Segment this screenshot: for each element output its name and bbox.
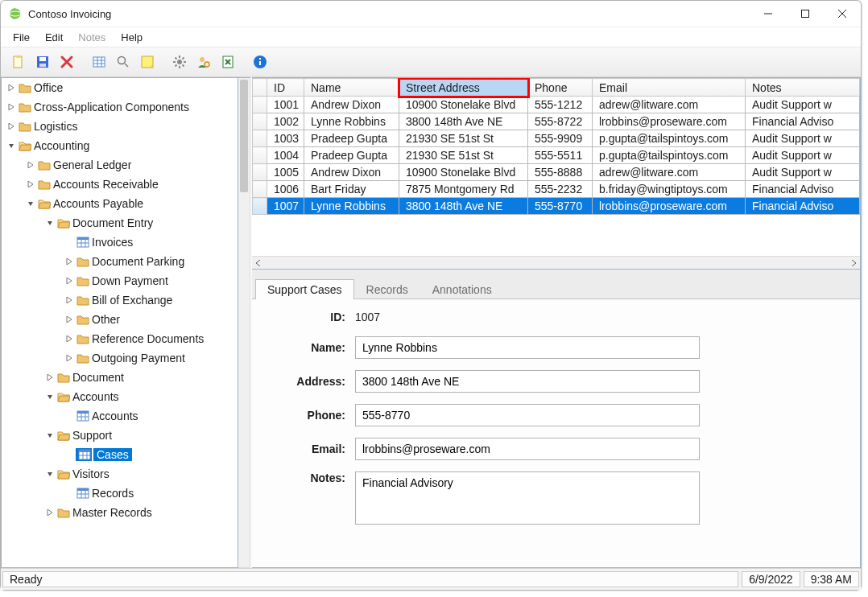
new-button[interactable] bbox=[9, 52, 28, 72]
cell-id[interactable]: 1005 bbox=[267, 164, 304, 181]
row-selector[interactable] bbox=[253, 164, 267, 181]
scroll-right-icon[interactable] bbox=[847, 257, 860, 269]
tab-support-cases[interactable]: Support Cases bbox=[255, 279, 354, 299]
caret-collapsed-icon[interactable] bbox=[64, 278, 74, 284]
delete-button[interactable] bbox=[57, 52, 76, 72]
tree-item-office[interactable]: Office bbox=[34, 81, 68, 94]
cell-name[interactable]: Bart Friday bbox=[304, 181, 399, 198]
cell-email[interactable]: adrew@litware.com bbox=[593, 97, 746, 113]
cell-id[interactable]: 1007 bbox=[267, 198, 304, 215]
cell-email[interactable]: b.friday@wingtiptoys.com bbox=[593, 181, 746, 198]
cell-street[interactable]: 3800 148th Ave NE bbox=[399, 113, 528, 130]
cell-street[interactable]: 21930 SE 51st St bbox=[399, 130, 528, 147]
row-selector[interactable] bbox=[253, 97, 267, 113]
input-name[interactable] bbox=[355, 336, 700, 359]
cell-notes[interactable]: Audit Support w bbox=[746, 130, 860, 147]
caret-collapsed-icon[interactable] bbox=[6, 84, 16, 91]
col-street-address[interactable]: Street Address bbox=[399, 79, 528, 97]
cell-notes[interactable]: Audit Support w bbox=[746, 97, 860, 113]
search-button[interactable] bbox=[114, 52, 133, 72]
input-email[interactable] bbox=[355, 438, 700, 460]
cell-phone[interactable]: 555-8888 bbox=[528, 164, 593, 181]
caret-collapsed-icon[interactable] bbox=[64, 297, 74, 303]
cell-id[interactable]: 1003 bbox=[267, 130, 304, 147]
grid-button[interactable] bbox=[89, 52, 109, 72]
cell-notes[interactable]: Financial Adviso bbox=[746, 198, 860, 215]
tree-item-master-records[interactable]: Master Records bbox=[72, 506, 157, 519]
tree-item-document-parking[interactable]: Document Parking bbox=[92, 255, 189, 268]
cell-street[interactable]: 7875 Montgomery Rd bbox=[399, 181, 528, 198]
table-row[interactable]: 1001Andrew Dixon10900 Stonelake Blvd555-… bbox=[253, 97, 860, 113]
close-button[interactable] bbox=[824, 1, 861, 27]
cell-phone[interactable]: 555-1212 bbox=[528, 97, 593, 113]
table-row[interactable]: 1004Pradeep Gupta21930 SE 51st St555-551… bbox=[253, 147, 860, 164]
caret-expanded-icon[interactable] bbox=[45, 471, 55, 477]
cell-id[interactable]: 1001 bbox=[267, 97, 304, 113]
cell-name[interactable]: Lynne Robbins bbox=[304, 198, 399, 215]
row-selector[interactable] bbox=[253, 198, 267, 215]
caret-collapsed-icon[interactable] bbox=[6, 104, 16, 110]
tree-item-visitors[interactable]: Visitors bbox=[72, 467, 114, 480]
tree-item-cross-app[interactable]: Cross-Application Components bbox=[34, 101, 194, 113]
cell-name[interactable]: Andrew Dixon bbox=[304, 97, 399, 113]
save-button[interactable] bbox=[33, 52, 52, 72]
col-email[interactable]: Email bbox=[593, 79, 746, 97]
caret-collapsed-icon[interactable] bbox=[26, 162, 35, 168]
caret-collapsed-icon[interactable] bbox=[64, 316, 74, 323]
cell-notes[interactable]: Financial Adviso bbox=[746, 113, 860, 130]
row-selector[interactable] bbox=[253, 113, 267, 130]
cell-notes[interactable]: Audit Support w bbox=[746, 164, 860, 181]
caret-collapsed-icon[interactable] bbox=[26, 181, 35, 187]
cell-street[interactable]: 10900 Stonelake Blvd bbox=[399, 97, 528, 113]
caret-expanded-icon[interactable] bbox=[6, 142, 16, 149]
col-phone[interactable]: Phone bbox=[528, 79, 593, 97]
tree-item-accounting[interactable]: Accounting bbox=[34, 139, 94, 152]
cell-email[interactable]: p.gupta@tailspintoys.com bbox=[593, 130, 746, 147]
cell-id[interactable]: 1002 bbox=[267, 113, 304, 130]
row-selector[interactable] bbox=[253, 147, 267, 164]
cell-name[interactable]: Andrew Dixon bbox=[304, 164, 399, 181]
caret-collapsed-icon[interactable] bbox=[64, 355, 74, 361]
cell-phone[interactable]: 555-2232 bbox=[528, 181, 593, 198]
cell-email[interactable]: lrobbins@proseware.com bbox=[593, 113, 746, 130]
menu-help[interactable]: Help bbox=[114, 30, 150, 45]
cell-email[interactable]: p.gupta@tailspintoys.com bbox=[593, 147, 746, 164]
table-row[interactable]: 1005Andrew Dixon10900 Stonelake Blvd555-… bbox=[253, 164, 860, 181]
tab-records[interactable]: Records bbox=[354, 279, 420, 299]
tree-item-accounts-payable[interactable]: Accounts Payable bbox=[53, 197, 148, 210]
tree-item-cases[interactable]: Cases bbox=[93, 448, 132, 461]
table-row[interactable]: 1003Pradeep Gupta21930 SE 51st St555-990… bbox=[253, 130, 860, 147]
caret-collapsed-icon[interactable] bbox=[64, 336, 74, 342]
tree-item-records[interactable]: Records bbox=[92, 487, 138, 500]
cell-email[interactable]: adrew@litware.com bbox=[593, 164, 746, 181]
cell-street[interactable]: 10900 Stonelake Blvd bbox=[399, 164, 528, 181]
cell-name[interactable]: Pradeep Gupta bbox=[304, 147, 399, 164]
table-row[interactable]: 1006Bart Friday7875 Montgomery Rd555-223… bbox=[253, 181, 860, 198]
caret-expanded-icon[interactable] bbox=[26, 200, 35, 207]
cell-notes[interactable]: Financial Adviso bbox=[746, 181, 860, 198]
cell-id[interactable]: 1004 bbox=[267, 147, 304, 164]
row-selector[interactable] bbox=[253, 181, 267, 198]
caret-collapsed-icon[interactable] bbox=[6, 123, 16, 130]
cell-phone[interactable]: 555-8770 bbox=[528, 198, 593, 215]
cell-street[interactable]: 3800 148th Ave NE bbox=[399, 198, 528, 215]
caret-collapsed-icon[interactable] bbox=[45, 374, 55, 381]
menu-edit[interactable]: Edit bbox=[38, 30, 70, 45]
caret-expanded-icon[interactable] bbox=[45, 432, 55, 438]
input-phone[interactable] bbox=[355, 404, 700, 426]
row-selector[interactable] bbox=[253, 130, 267, 147]
tree-item-bill-of-exchange[interactable]: Bill of Exchange bbox=[92, 294, 177, 307]
tree-item-other[interactable]: Other bbox=[92, 313, 125, 326]
tree-item-document[interactable]: Document bbox=[72, 371, 129, 384]
caret-expanded-icon[interactable] bbox=[45, 220, 55, 226]
tab-annotations[interactable]: Annotations bbox=[420, 279, 504, 299]
tree-item-document-entry[interactable]: Document Entry bbox=[72, 216, 158, 229]
tree-item-support[interactable]: Support bbox=[72, 429, 117, 442]
tree-item-reference-documents[interactable]: Reference Documents bbox=[92, 332, 209, 345]
info-button[interactable] bbox=[250, 52, 270, 72]
cell-name[interactable]: Pradeep Gupta bbox=[304, 130, 399, 147]
caret-collapsed-icon[interactable] bbox=[45, 509, 55, 516]
col-notes[interactable]: Notes bbox=[746, 79, 860, 97]
cell-notes[interactable]: Audit Support w bbox=[746, 147, 860, 164]
maximize-button[interactable] bbox=[787, 1, 824, 27]
